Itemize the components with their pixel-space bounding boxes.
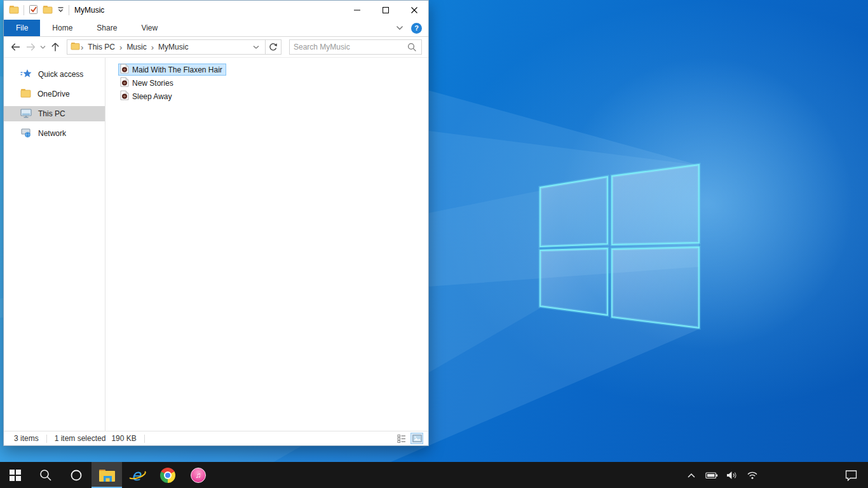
file-item[interactable]: Sleep Away (118, 90, 176, 102)
onedrive-folder-icon (20, 88, 31, 100)
battery-tray-button[interactable] (704, 462, 719, 488)
titlebar-separator (69, 5, 69, 15)
internet-explorer-button[interactable]: e (122, 462, 153, 488)
thumbnails-view-button[interactable] (410, 433, 423, 444)
chevron-down-icon (40, 45, 46, 50)
titlebar-separator (24, 5, 24, 15)
search-box (289, 39, 422, 55)
breadcrumb: › This PC › Music › MyMusic (67, 40, 265, 54)
sidebar-item-label: OneDrive (37, 90, 70, 98)
breadcrumb-music[interactable]: Music (123, 43, 150, 51)
customize-qat-icon[interactable] (57, 6, 64, 15)
breadcrumb-this-pc[interactable]: This PC (84, 43, 119, 51)
address-bar[interactable]: › This PC › Music › MyMusic (67, 39, 281, 55)
sidebar-item-network[interactable]: Network (4, 126, 105, 141)
view-toggle-buttons (395, 433, 423, 444)
details-view-button[interactable] (395, 433, 408, 444)
close-icon (410, 6, 418, 14)
sidebar-item-label: Quick access (38, 70, 83, 79)
refresh-button[interactable] (265, 40, 281, 54)
file-name: Maid With The Flaxen Hair (132, 65, 222, 74)
minimize-icon (353, 6, 361, 14)
tab-share[interactable]: Share (85, 20, 129, 36)
address-folder-icon (71, 42, 80, 52)
file-item[interactable]: Maid With The Flaxen Hair (118, 64, 226, 76)
svg-text:e: e (132, 467, 142, 484)
itunes-button[interactable]: ♫ (183, 462, 214, 488)
back-arrow-icon (10, 43, 21, 51)
windows-logo-icon (10, 470, 21, 481)
address-dropdown-chevron-icon[interactable] (250, 45, 262, 50)
window-title: MyMusic (74, 6, 104, 15)
quick-access-toolbar (9, 4, 69, 17)
taskbar-search-button[interactable] (31, 462, 61, 488)
back-button[interactable] (8, 39, 23, 55)
itunes-note-glyph: ♫ (196, 471, 201, 480)
sidebar-item-this-pc[interactable]: This PC (4, 106, 105, 121)
chrome-icon (160, 468, 175, 483)
network-icon (20, 128, 32, 140)
forward-button[interactable] (23, 39, 38, 55)
maximize-button[interactable] (371, 1, 400, 20)
circle-icon (70, 469, 83, 482)
breadcrumb-mymusic[interactable]: MyMusic (154, 43, 192, 51)
speaker-icon (726, 470, 738, 480)
tab-view[interactable]: View (129, 20, 170, 36)
navigation-pane: Quick access OneDrive This PC (4, 58, 105, 431)
wifi-tray-button[interactable] (745, 462, 760, 488)
items-count: 3 items (14, 434, 39, 443)
volume-tray-button[interactable] (724, 462, 740, 488)
tab-file[interactable]: File (4, 20, 40, 36)
quick-access-star-icon (20, 69, 32, 80)
tab-home[interactable]: Home (40, 20, 85, 36)
details-view-icon (397, 434, 406, 443)
cortana-button[interactable] (61, 462, 92, 488)
properties-qat-icon[interactable] (29, 4, 38, 17)
action-center-button[interactable] (836, 462, 865, 488)
thumbnails-view-icon (412, 435, 422, 442)
status-bar: 3 items 1 item selected 190 KB (4, 431, 428, 445)
chevron-up-icon (687, 472, 696, 478)
window-body: Quick access OneDrive This PC (4, 58, 428, 431)
file-item[interactable]: New Stories (118, 77, 177, 89)
file-name: New Stories (132, 79, 173, 88)
up-arrow-icon (51, 42, 60, 52)
maximize-icon (382, 6, 390, 14)
up-button[interactable] (48, 39, 63, 55)
caption-buttons (342, 1, 428, 20)
ie-icon: e (128, 467, 146, 484)
explorer-window-icon (9, 5, 19, 16)
titlebar: MyMusic (4, 1, 428, 20)
file-list: Maid With The Flaxen Hair New Stories (105, 58, 428, 431)
new-folder-qat-icon[interactable] (43, 5, 53, 16)
recent-locations-button[interactable] (38, 39, 48, 55)
this-pc-monitor-icon (20, 108, 32, 120)
close-button[interactable] (400, 1, 428, 20)
sidebar-item-onedrive[interactable]: OneDrive (4, 86, 105, 102)
refresh-icon (269, 43, 278, 51)
search-input[interactable] (290, 40, 403, 54)
address-bar-row: › This PC › Music › MyMusic (4, 37, 428, 58)
start-button[interactable] (0, 462, 31, 488)
notification-bubble-icon (845, 470, 857, 481)
sidebar-item-quick-access[interactable]: Quick access (4, 67, 105, 82)
audio-file-icon (120, 90, 129, 102)
help-icon[interactable]: ? (411, 23, 422, 34)
minimize-button[interactable] (342, 1, 371, 20)
explorer-window: MyMusic File Home Share View ? (3, 0, 429, 446)
taskbar-file-explorer-button[interactable] (92, 462, 122, 488)
expand-ribbon-chevron-icon[interactable] (396, 24, 403, 32)
show-hidden-icons-button[interactable] (684, 462, 699, 488)
selection-size: 190 KB (111, 434, 136, 443)
music-note-icon: ♫ (191, 468, 206, 483)
battery-icon (705, 470, 718, 480)
sidebar-item-label: This PC (38, 109, 65, 118)
status-separator (144, 435, 145, 443)
file-name: Sleep Away (132, 92, 172, 101)
taskbar: e ♫ (0, 462, 868, 488)
audio-file-icon (120, 64, 129, 76)
search-icon[interactable] (403, 43, 421, 52)
ribbon-right-controls: ? (396, 20, 428, 36)
audio-file-icon (120, 77, 129, 89)
chrome-button[interactable] (153, 462, 183, 488)
